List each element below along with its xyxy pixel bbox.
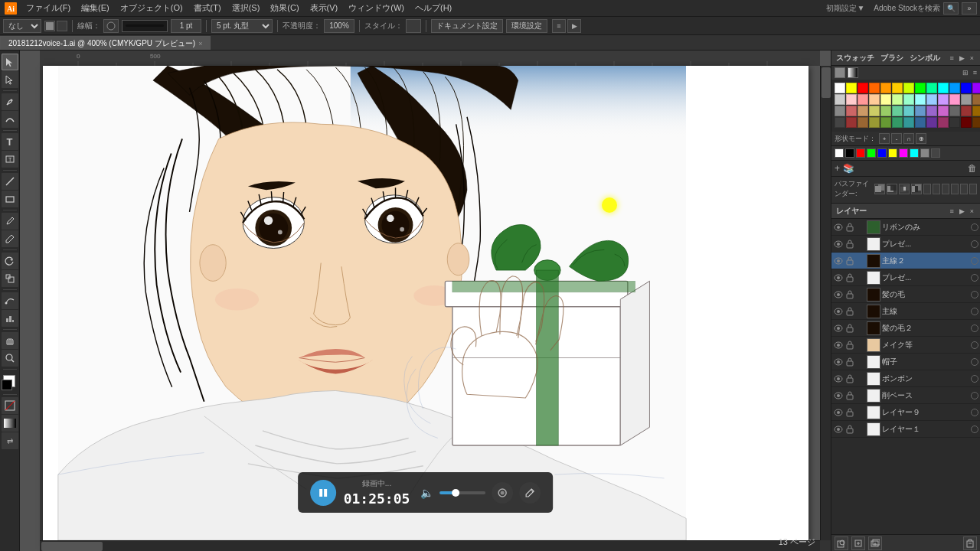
swatches-menu-btn[interactable]: ≡ bbox=[948, 54, 955, 63]
fill-icon[interactable] bbox=[44, 21, 55, 31]
swatch-cell[interactable] bbox=[915, 83, 926, 93]
layer-target-circle[interactable] bbox=[971, 274, 978, 282]
swatch-cell[interactable] bbox=[949, 106, 960, 116]
expand-icon[interactable]: » bbox=[962, 2, 977, 15]
search-icon[interactable]: 🔍 bbox=[943, 2, 959, 15]
intersect-btn[interactable]: ∩ bbox=[903, 133, 914, 144]
layer-visibility-toggle[interactable] bbox=[833, 357, 844, 367]
record-button[interactable] bbox=[492, 482, 513, 504]
layer-lock-toggle[interactable] bbox=[845, 391, 854, 400]
warp-tool[interactable] bbox=[2, 292, 18, 309]
curvature-tool[interactable] bbox=[2, 111, 18, 128]
swatch-cell[interactable] bbox=[961, 117, 972, 128]
toolbar-icon-2[interactable]: ▶ bbox=[567, 19, 581, 33]
pathfinder-crop[interactable] bbox=[951, 184, 959, 194]
layer-visibility-toggle[interactable] bbox=[833, 373, 844, 384]
swatch-cell[interactable] bbox=[915, 117, 926, 128]
layer-row[interactable]: プレゼ... bbox=[831, 236, 980, 253]
swatch-cell[interactable] bbox=[972, 83, 980, 93]
menu-file[interactable]: ファイル(F) bbox=[21, 1, 75, 15]
selection-tool[interactable] bbox=[2, 54, 18, 70]
layer-lock-toggle[interactable] bbox=[845, 357, 854, 367]
swatch-cell[interactable] bbox=[892, 83, 903, 93]
swatch-cell[interactable] bbox=[949, 83, 960, 93]
layers-expand-btn[interactable]: ▶ bbox=[958, 207, 966, 216]
swatch-cell[interactable] bbox=[915, 94, 926, 105]
layer-visibility-toggle[interactable] bbox=[833, 272, 844, 283]
active-tab[interactable]: 20181212voice-1.ai @ 400% (CMYK/GPU プレビュ… bbox=[0, 36, 211, 50]
menu-select[interactable]: 選択(S) bbox=[227, 1, 265, 15]
swatch-cell[interactable] bbox=[903, 117, 914, 128]
line-width-input[interactable] bbox=[171, 19, 201, 33]
small-swatch-cell[interactable] bbox=[931, 148, 940, 158]
pencil-tool[interactable] bbox=[2, 230, 18, 247]
swatches-expand-btn[interactable]: ▶ bbox=[958, 54, 966, 63]
annotation-button[interactable] bbox=[519, 482, 541, 504]
menu-type[interactable]: 書式(T) bbox=[189, 1, 226, 15]
layer-row[interactable]: 主線 bbox=[831, 303, 980, 320]
small-swatch-cell[interactable] bbox=[867, 148, 876, 158]
minus-btn[interactable]: - bbox=[891, 133, 902, 144]
layer-visibility-toggle[interactable] bbox=[833, 424, 844, 435]
layer-row[interactable]: リボンのみ bbox=[831, 219, 980, 236]
layer-target-circle[interactable] bbox=[971, 358, 978, 366]
swatch-cell[interactable] bbox=[835, 117, 845, 128]
swatch-cell[interactable] bbox=[949, 94, 960, 105]
layer-lock-toggle[interactable] bbox=[845, 307, 854, 316]
volume-slider[interactable] bbox=[439, 491, 485, 494]
layer-visibility-toggle[interactable] bbox=[833, 407, 844, 418]
pen-tool[interactable] bbox=[2, 93, 18, 110]
layer-lock-toggle[interactable] bbox=[845, 240, 854, 249]
stroke-style-select[interactable]: 5 pt. 丸型 bbox=[211, 19, 273, 33]
swatch-cell[interactable] bbox=[915, 106, 926, 116]
layer-target-circle[interactable] bbox=[971, 308, 978, 315]
layer-lock-toggle[interactable] bbox=[845, 256, 854, 266]
layer-visibility-toggle[interactable] bbox=[833, 323, 844, 334]
swatch-cell[interactable] bbox=[858, 117, 868, 128]
layer-row[interactable]: 主線２ bbox=[831, 253, 980, 269]
small-swatch-cell[interactable] bbox=[877, 148, 887, 158]
layer-visibility-toggle[interactable] bbox=[833, 390, 844, 401]
canvas-vertical-scrollbar[interactable] bbox=[820, 66, 831, 540]
type-tool[interactable]: T bbox=[2, 133, 18, 150]
delete-swatch-btn[interactable]: 🗑 bbox=[968, 163, 977, 174]
swatches-close-btn[interactable]: × bbox=[969, 54, 975, 63]
volume-knob[interactable] bbox=[452, 489, 459, 497]
swatch-cell[interactable] bbox=[926, 83, 937, 93]
layer-visibility-toggle[interactable] bbox=[833, 289, 844, 300]
layer-row[interactable]: メイク等 bbox=[831, 337, 980, 354]
pathfinder-xor[interactable] bbox=[969, 184, 977, 194]
pathfinder-intersect[interactable] bbox=[899, 184, 910, 194]
hand-tool[interactable] bbox=[2, 332, 18, 349]
pathfinder-merge[interactable] bbox=[942, 184, 949, 194]
layer-target-circle[interactable] bbox=[971, 375, 978, 383]
swatch-libs-btn[interactable]: 📚 bbox=[843, 163, 854, 174]
small-swatch-cell[interactable] bbox=[845, 148, 854, 158]
swatch-cell[interactable] bbox=[903, 106, 914, 116]
layer-target-circle[interactable] bbox=[971, 257, 978, 265]
small-swatch-cell[interactable] bbox=[920, 148, 929, 158]
layer-visibility-toggle[interactable] bbox=[833, 222, 844, 233]
swatch-cell[interactable] bbox=[961, 106, 972, 116]
swatch-cell[interactable] bbox=[858, 94, 868, 105]
swatch-cell[interactable] bbox=[835, 83, 845, 93]
canvas-area[interactable]: 0 500 bbox=[20, 51, 831, 551]
layer-row[interactable]: 帽子 bbox=[831, 354, 980, 370]
small-swatch-cell[interactable] bbox=[856, 148, 865, 158]
area-type-tool[interactable]: T bbox=[2, 151, 18, 168]
layer-target-circle[interactable] bbox=[971, 291, 978, 298]
layer-target-circle[interactable] bbox=[971, 324, 978, 332]
layer-target-circle[interactable] bbox=[971, 392, 978, 399]
swatch-cell[interactable] bbox=[880, 106, 891, 116]
small-swatch-cell[interactable] bbox=[835, 148, 844, 158]
layer-target-circle[interactable] bbox=[971, 223, 978, 231]
layer-row[interactable]: ボンボン bbox=[831, 370, 980, 387]
swatch-cell[interactable] bbox=[892, 117, 903, 128]
tab-close-btn[interactable]: × bbox=[198, 40, 202, 47]
stock-search[interactable]: Adobe Stockを検索 bbox=[874, 3, 940, 14]
layers-panel-header[interactable]: レイヤー ≡ ▶ × bbox=[831, 204, 980, 219]
swatch-cell[interactable] bbox=[949, 117, 960, 128]
layers-close-btn[interactable]: × bbox=[969, 207, 975, 216]
line-weight-btn[interactable] bbox=[103, 19, 119, 33]
swatch-cell[interactable] bbox=[880, 117, 891, 128]
